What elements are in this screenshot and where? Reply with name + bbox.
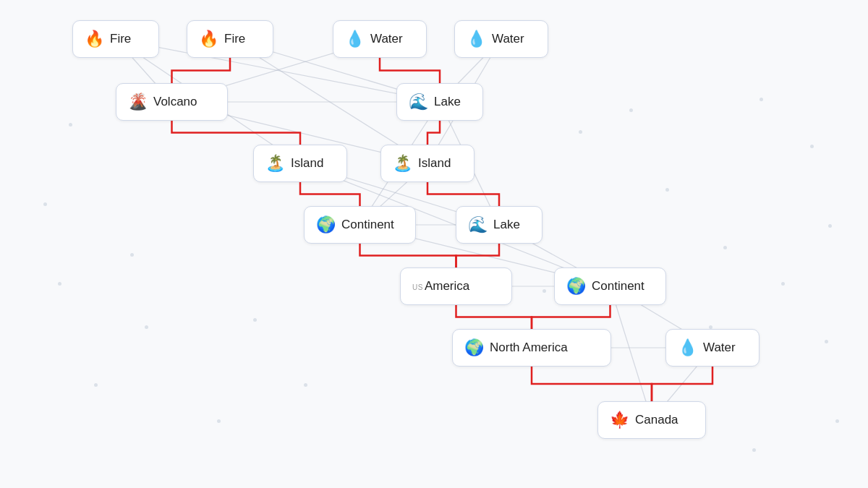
node-emoji-water1: 💧 [345,30,365,48]
node-emoji-continent1: 🌍 [316,215,336,234]
node-label-island1: Island [291,156,323,171]
background-dot [760,98,763,101]
node-usamerica[interactable]: USAmerica [400,267,512,305]
node-emoji-fire2: 🔥 [199,30,218,48]
node-emoji-water2: 💧 [467,30,486,48]
background-dot [304,383,307,387]
node-island2[interactable]: 🏝️Island [380,145,475,182]
node-emoji-northamerica: 🌍 [464,338,484,357]
node-canada[interactable]: 🍁Canada [597,401,706,439]
node-water3[interactable]: 💧Water [665,329,760,367]
node-island1[interactable]: 🏝️Island [253,145,347,182]
background-dot [542,289,546,293]
background-dot [752,448,756,452]
node-continent1[interactable]: 🌍Continent [304,206,416,244]
node-label-canada: Canada [635,413,678,427]
node-volcano[interactable]: 🌋Volcano [116,83,228,121]
background-dot [629,108,633,112]
node-emoji-island2: 🏝️ [393,154,412,173]
node-fire1[interactable]: 🔥Fire [72,20,159,58]
background-dot [130,253,134,257]
node-continent2[interactable]: 🌍Continent [554,267,666,305]
node-emoji-lake2: 🌊 [468,215,488,234]
background-dot [145,325,148,329]
background-dot [253,318,257,322]
node-lake1[interactable]: 🌊Lake [396,83,483,121]
node-label-lake2: Lake [493,218,520,232]
background-dot [723,246,727,249]
background-dot [579,130,582,134]
node-label-northamerica: North America [490,341,568,355]
background-dot [828,224,832,228]
node-water2[interactable]: 💧Water [454,20,548,58]
node-emoji-volcano: 🌋 [128,93,148,111]
background-dot [825,340,828,343]
node-label-continent2: Continent [592,279,644,294]
node-label-volcano: Volcano [153,95,197,109]
node-emoji-canada: 🍁 [610,411,629,429]
node-emoji-water3: 💧 [678,338,697,357]
node-northamerica[interactable]: 🌍North America [452,329,611,367]
node-water1[interactable]: 💧Water [333,20,427,58]
background-dot [810,145,814,148]
background-dot [58,282,61,286]
background-dot [69,123,72,127]
node-label-usamerica: USAmerica [412,279,469,294]
node-label-fire2: Fire [224,32,245,46]
background-dot [665,188,669,192]
background-dot [781,282,785,286]
background-dot [94,383,98,387]
background-dot [43,202,47,206]
node-label-lake1: Lake [434,95,461,109]
node-fire2[interactable]: 🔥Fire [187,20,273,58]
node-emoji-fire1: 🔥 [85,30,104,48]
node-emoji-lake1: 🌊 [409,93,428,111]
node-label-water3: Water [703,341,736,355]
node-label-island2: Island [418,156,451,171]
node-label-water2: Water [492,32,524,46]
background-dot [217,419,221,423]
node-label-fire1: Fire [110,32,131,46]
node-emoji-continent2: 🌍 [566,277,586,296]
background-dot [835,419,839,423]
node-label-continent1: Continent [341,218,394,232]
node-emoji-island1: 🏝️ [265,154,285,173]
node-lake2[interactable]: 🌊Lake [456,206,542,244]
node-label-water1: Water [370,32,403,46]
